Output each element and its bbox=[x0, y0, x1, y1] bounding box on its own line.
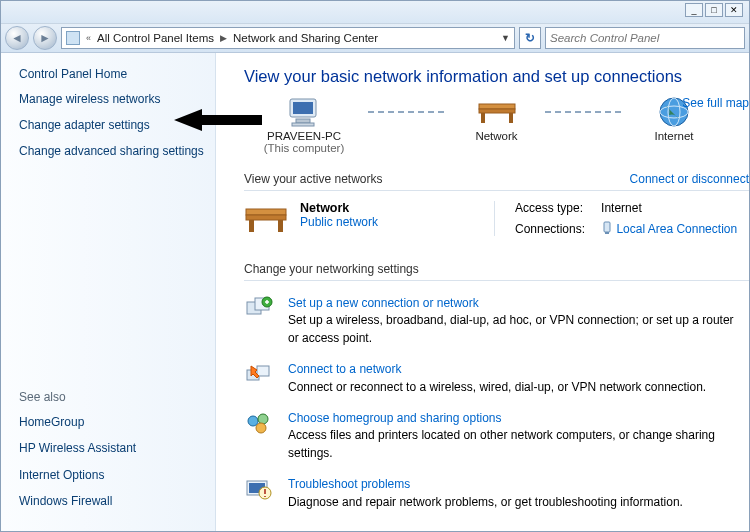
svg-rect-16 bbox=[605, 232, 609, 234]
svg-rect-11 bbox=[246, 209, 286, 215]
sidebar-item-manage-wireless[interactable]: Manage wireless networks bbox=[19, 91, 207, 107]
control-panel-icon bbox=[66, 31, 80, 45]
sidebar-item-windows-firewall[interactable]: Windows Firewall bbox=[19, 493, 207, 509]
bench-icon bbox=[452, 94, 542, 130]
sidebar-home-link[interactable]: Control Panel Home bbox=[19, 67, 207, 81]
node-computer: PRAVEEN-PC (This computer) bbox=[244, 94, 364, 154]
svg-rect-5 bbox=[479, 109, 515, 113]
close-button[interactable]: ✕ bbox=[725, 3, 743, 17]
task-desc: Connect or reconnect to a wireless, wire… bbox=[288, 379, 706, 396]
svg-point-22 bbox=[248, 416, 258, 426]
task-troubleshoot: Troubleshoot problems Diagnose and repai… bbox=[244, 476, 749, 511]
chevron-left-icon: « bbox=[86, 33, 91, 43]
sidebar: Control Panel Home Manage wireless netwo… bbox=[1, 53, 216, 531]
network-type-link[interactable]: Public network bbox=[300, 215, 378, 229]
network-map: See full map PRAVEEN-PC (This computer) … bbox=[244, 94, 749, 154]
task-title-link[interactable]: Choose homegroup and sharing options bbox=[288, 410, 739, 427]
refresh-button[interactable]: ↻ bbox=[519, 27, 541, 49]
back-button[interactable]: ◄ bbox=[5, 26, 29, 50]
see-full-map-link[interactable]: See full map bbox=[682, 96, 749, 110]
svg-rect-21 bbox=[257, 366, 269, 376]
connections-label: Connections: bbox=[515, 222, 585, 236]
task-title-link[interactable]: Set up a new connection or network bbox=[288, 295, 739, 312]
computer-icon bbox=[244, 94, 364, 130]
maximize-button[interactable]: □ bbox=[705, 3, 723, 17]
see-also-heading: See also bbox=[19, 390, 207, 404]
breadcrumb-segment[interactable]: All Control Panel Items bbox=[97, 32, 214, 44]
connect-disconnect-link[interactable]: Connect or disconnect bbox=[630, 172, 749, 186]
node-network: Network bbox=[452, 94, 542, 142]
sidebar-item-advanced-sharing[interactable]: Change advanced sharing settings bbox=[19, 143, 207, 159]
svg-rect-1 bbox=[293, 102, 313, 114]
homegroup-icon bbox=[244, 410, 274, 436]
svg-rect-6 bbox=[481, 113, 485, 123]
task-homegroup-sharing: Choose homegroup and sharing options Acc… bbox=[244, 410, 749, 462]
minimize-button[interactable]: _ bbox=[685, 3, 703, 17]
svg-rect-4 bbox=[479, 104, 515, 109]
network-category-icon bbox=[244, 201, 288, 235]
node-label: PRAVEEN-PC bbox=[244, 130, 364, 142]
svg-rect-12 bbox=[246, 215, 286, 220]
active-networks-heading: View your active networks Connect or dis… bbox=[244, 172, 749, 186]
task-title-link[interactable]: Connect to a network bbox=[288, 361, 706, 378]
sidebar-item-homegroup[interactable]: HomeGroup bbox=[19, 414, 207, 430]
svg-rect-2 bbox=[296, 119, 310, 123]
forward-button[interactable]: ► bbox=[33, 26, 57, 50]
node-sublabel: (This computer) bbox=[244, 142, 364, 154]
svg-rect-14 bbox=[278, 220, 283, 232]
svg-rect-7 bbox=[509, 113, 513, 123]
svg-point-23 bbox=[258, 414, 268, 424]
address-bar: ◄ ► « All Control Panel Items ▶ Network … bbox=[1, 23, 749, 53]
connection-line-icon bbox=[368, 111, 448, 113]
main-panel: View your basic network information and … bbox=[216, 53, 749, 531]
title-bar: _ □ ✕ bbox=[1, 1, 749, 23]
access-type-label: Access type: bbox=[515, 201, 585, 215]
sidebar-item-adapter-settings[interactable]: Change adapter settings bbox=[19, 117, 207, 133]
setup-connection-icon bbox=[244, 295, 274, 321]
sidebar-item-internet-options[interactable]: Internet Options bbox=[19, 467, 207, 483]
chevron-right-icon: ▶ bbox=[220, 33, 227, 43]
page-title: View your basic network information and … bbox=[244, 67, 749, 86]
task-setup-connection: Set up a new connection or network Set u… bbox=[244, 295, 749, 347]
breadcrumb[interactable]: « All Control Panel Items ▶ Network and … bbox=[61, 27, 515, 49]
node-label: Internet bbox=[629, 130, 719, 142]
task-connect-network: Connect to a network Connect or reconnec… bbox=[244, 361, 749, 396]
task-desc: Diagnose and repair network problems, or… bbox=[288, 494, 683, 511]
svg-point-24 bbox=[256, 423, 266, 433]
connect-network-icon bbox=[244, 361, 274, 387]
network-name: Network bbox=[300, 201, 378, 215]
connection-line-icon bbox=[545, 111, 625, 113]
breadcrumb-segment[interactable]: Network and Sharing Center bbox=[233, 32, 378, 44]
node-label: Network bbox=[452, 130, 542, 142]
task-desc: Access files and printers located on oth… bbox=[288, 427, 739, 462]
settings-heading: Change your networking settings bbox=[244, 262, 749, 281]
task-title-link[interactable]: Troubleshoot problems bbox=[288, 476, 683, 493]
access-type-value: Internet bbox=[601, 201, 737, 215]
svg-rect-13 bbox=[249, 220, 254, 232]
svg-rect-15 bbox=[604, 222, 610, 232]
search-input[interactable] bbox=[545, 27, 745, 49]
svg-rect-3 bbox=[292, 123, 314, 126]
sidebar-item-hp-wireless[interactable]: HP Wireless Assistant bbox=[19, 440, 207, 456]
task-desc: Set up a wireless, broadband, dial-up, a… bbox=[288, 312, 739, 347]
adapter-icon bbox=[601, 221, 613, 235]
connection-link[interactable]: Local Area Connection bbox=[616, 222, 737, 236]
troubleshoot-icon bbox=[244, 476, 274, 502]
breadcrumb-dropdown-icon[interactable]: ▼ bbox=[501, 33, 510, 43]
